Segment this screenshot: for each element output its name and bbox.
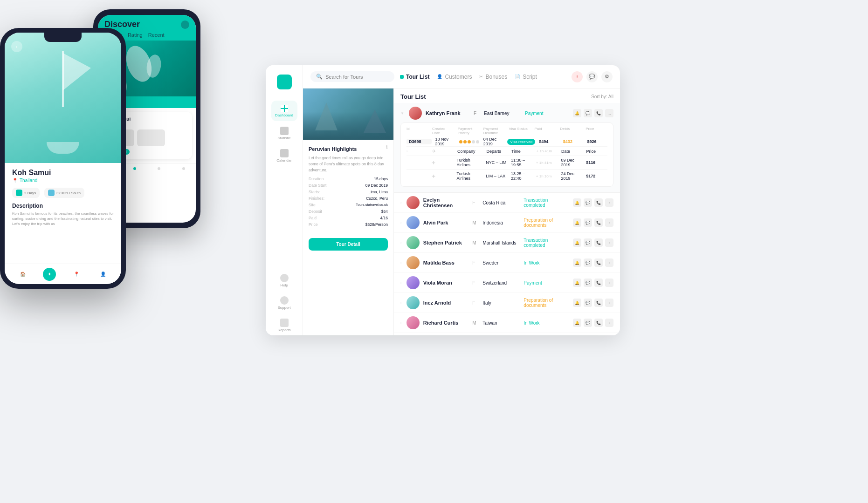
nav-discover[interactable] xyxy=(133,167,136,170)
comment-icon-0[interactable]: 💬 xyxy=(584,198,592,207)
nav-discover-btn[interactable]: ✦ xyxy=(43,268,56,281)
sidebar-item-help[interactable]: Help xyxy=(271,270,297,291)
comment-icon[interactable]: 💬 xyxy=(584,109,592,117)
customer-row-0[interactable]: › Evelyn Christensen F Costa Rica Transa… xyxy=(394,193,620,213)
more-icon[interactable]: … xyxy=(605,109,613,117)
phone-icon-6[interactable]: 📞 xyxy=(594,319,603,327)
name-6: Richard Curtis xyxy=(423,320,469,326)
flight-expand-icon: › xyxy=(406,149,427,153)
name-0: Evelyn Christensen xyxy=(423,197,469,208)
sidebar-item-dashboard[interactable]: Dashboard xyxy=(271,101,297,121)
tab-customers[interactable]: 👤 Customers xyxy=(437,72,472,82)
customer-row-1[interactable]: › Alvin Park M Indonesia Preparation of … xyxy=(394,213,620,233)
tab-bonuses[interactable]: ✂ Bonuses xyxy=(479,72,507,82)
bell-icon-4[interactable]: 🔔 xyxy=(573,279,581,287)
nav-explore[interactable] xyxy=(158,167,160,170)
bell-icon-0[interactable]: 🔔 xyxy=(573,198,581,207)
more-icon-0[interactable]: › xyxy=(605,198,613,207)
comment-icon-3[interactable]: 💬 xyxy=(584,258,592,267)
payment-detail: Id Created Date Payment Priority Payment… xyxy=(400,122,613,187)
topbar-tabs: Tour List 👤 Customers ✂ Bonuses 📄 Script xyxy=(400,72,566,82)
customer-rows-container: › Evelyn Christensen F Costa Rica Transa… xyxy=(394,193,620,335)
paid-amount: $494 xyxy=(539,139,559,144)
nav-home-btn[interactable]: 🏠 xyxy=(16,268,29,281)
tab-rating[interactable]: Rating xyxy=(128,32,143,41)
customer-row-4[interactable]: › Viola Moran F Switzerland Payment 🔔 💬 … xyxy=(394,273,620,293)
sidebar-item-reports[interactable]: Reports xyxy=(271,315,297,335)
message-icon[interactable]: 💬 xyxy=(586,71,598,82)
bell-icon[interactable]: 🔔 xyxy=(573,109,581,117)
priority-dot-5 xyxy=(476,140,479,143)
customer-row-3[interactable]: › Matilda Bass F Sweden In Work 🔔 💬 📞 › xyxy=(394,253,620,273)
more-icon-1[interactable]: › xyxy=(605,218,613,227)
bell-icon-5[interactable]: 🔔 xyxy=(573,299,581,307)
wind-icon xyxy=(48,190,55,196)
notification-icon[interactable]: ! xyxy=(572,71,583,82)
comment-icon-1[interactable]: 💬 xyxy=(584,218,592,227)
status-1: Preparation of documents xyxy=(524,218,569,228)
status-0: Transaction completed xyxy=(524,197,569,208)
sidebar-item-calendar[interactable]: Calendar xyxy=(271,145,297,166)
bell-icon-6[interactable]: 🔔 xyxy=(573,319,581,327)
nav-map-btn[interactable]: 📍 xyxy=(70,268,83,281)
topbar-actions: ! 💬 ⚙ xyxy=(572,71,613,82)
phone-icon-4[interactable]: 📞 xyxy=(594,279,603,287)
phone-icon-3[interactable]: 📞 xyxy=(594,258,603,267)
time-col: Time xyxy=(511,149,532,154)
tab-script[interactable]: 📄 Script xyxy=(515,72,537,82)
customer-row-2[interactable]: › Stephen Patrick M Marshall Islands Tra… xyxy=(394,233,620,253)
more-icon-4[interactable]: › xyxy=(605,279,613,287)
comment-icon-5[interactable]: 💬 xyxy=(584,299,592,307)
more-icon-6[interactable]: › xyxy=(605,319,613,327)
more-icon-2[interactable]: › xyxy=(605,238,613,247)
chevron-right-icon: › xyxy=(400,221,402,225)
tour-list-dot xyxy=(400,75,404,79)
phone-icon-1[interactable]: 📞 xyxy=(594,218,603,227)
phone-icon[interactable]: 📞 xyxy=(594,109,603,117)
comment-icon-6[interactable]: 💬 xyxy=(584,319,592,327)
back-button[interactable]: ‹ xyxy=(11,41,22,52)
flight-price-2: $172 xyxy=(586,174,607,178)
comment-icon-4[interactable]: 💬 xyxy=(584,279,592,287)
more-icon-3[interactable]: › xyxy=(605,258,613,267)
bell-icon-3[interactable]: 🔔 xyxy=(573,258,581,267)
avatar-5 xyxy=(406,296,420,309)
phone-icon-2[interactable]: 📞 xyxy=(594,238,603,247)
bell-icon-1[interactable]: 🔔 xyxy=(573,218,581,227)
stat-wind: 32 MPH South xyxy=(44,188,84,198)
country-4: Switzerland xyxy=(482,280,520,285)
search-box[interactable]: 🔍 xyxy=(310,71,394,82)
sidebar-item-support[interactable]: Support xyxy=(271,292,297,313)
tab-tour-list[interactable]: Tour List xyxy=(400,72,429,82)
bell-icon-2[interactable]: 🔔 xyxy=(573,238,581,247)
search-input[interactable] xyxy=(325,74,389,80)
sidebar-label-calendar: Calendar xyxy=(276,158,291,163)
nav-profile[interactable] xyxy=(182,167,185,170)
sidebar-item-statistic[interactable]: Statistic xyxy=(271,123,297,143)
avatar-6 xyxy=(406,316,420,329)
phone-icon-0[interactable]: 📞 xyxy=(594,198,603,207)
more-icon-5[interactable]: › xyxy=(605,299,613,307)
sort-control[interactable]: Sort by: All xyxy=(591,94,613,99)
phone-icon-5[interactable]: 📞 xyxy=(594,299,603,307)
chevron-right-icon: › xyxy=(400,301,402,305)
chevron-right-icon: › xyxy=(400,201,402,205)
country-6: Taiwan xyxy=(482,320,520,326)
customer-row-6[interactable]: › Richard Curtis M Taiwan In Work 🔔 💬 📞 … xyxy=(394,313,620,333)
search-icon: 🔍 xyxy=(316,74,323,80)
nav-user-btn[interactable]: 👤 xyxy=(96,268,110,281)
reports-icon xyxy=(280,319,289,327)
tour-info: Peruvian Highlights ℹ Let the good times… xyxy=(303,140,393,233)
settings-icon[interactable]: ⚙ xyxy=(601,71,613,82)
front-location: 📍 Thailand xyxy=(12,178,114,183)
tab-recent[interactable]: Recent xyxy=(148,32,165,41)
stat-days: 2 Days xyxy=(12,188,40,198)
support-icon xyxy=(280,296,289,305)
customer-row-7[interactable]: › Rachel Hawkins F Latvia New applicatio… xyxy=(394,333,620,335)
customer-row-5[interactable]: › Inez Arnold F Italy Preparation of doc… xyxy=(394,293,620,313)
front-bottom-nav: 🏠 ✦ 📍 👤 xyxy=(5,264,121,284)
gender-2: M xyxy=(472,240,479,245)
tour-detail-button[interactable]: Tour Detail xyxy=(309,238,388,251)
plane-icon-1: ✈ xyxy=(432,149,453,154)
comment-icon-2[interactable]: 💬 xyxy=(584,238,592,247)
